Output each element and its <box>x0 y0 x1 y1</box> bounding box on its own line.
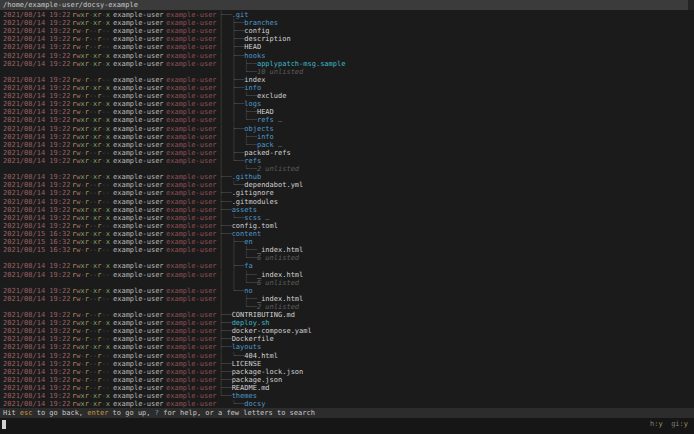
directory-name[interactable]: docsy <box>244 400 265 408</box>
directory-name[interactable]: info <box>244 84 261 92</box>
tree-row[interactable]: 2021/08/14 19:22rwxr-xr-xexample-userexa… <box>0 157 694 165</box>
directory-name[interactable]: objects <box>244 125 274 133</box>
tree-row[interactable]: 2021/08/14 19:22rw-r--r--example-userexa… <box>0 352 694 360</box>
tree-row[interactable]: 2021/08/14 19:22rw-r--r--example-userexa… <box>0 181 694 189</box>
directory-name[interactable]: assets <box>232 206 257 214</box>
tree-branch-lines: │ ├── <box>219 238 244 246</box>
tree-row[interactable]: 2021/08/15 16:32rw-r--r--example-userexa… <box>0 246 694 254</box>
tree-row[interactable]: 2021/08/14 19:22rw-r--r--example-userexa… <box>0 149 694 157</box>
tree-row[interactable]: │ └──2 unlisted <box>0 303 694 311</box>
directory-name[interactable]: no <box>244 287 252 295</box>
executable-name[interactable]: applypatch-msg.sample <box>257 60 346 68</box>
directory-name[interactable]: pack <box>257 141 274 149</box>
file-name[interactable]: config.toml <box>232 222 278 230</box>
tree-row[interactable]: 2021/08/14 19:22rw-r--r--example-userexa… <box>0 295 694 303</box>
date-cell: 2021/08/15 16:32 <box>3 230 72 238</box>
group-cell: example-user <box>166 141 219 149</box>
file-name[interactable]: LICENSE <box>232 360 262 368</box>
file-name[interactable]: _index.html <box>257 295 303 303</box>
directory-name[interactable]: content <box>232 230 262 238</box>
executable-name[interactable]: deploy.sh <box>232 319 270 327</box>
tree-row[interactable]: 2021/08/14 19:22rwxr-xr-xexample-userexa… <box>0 133 694 141</box>
tree-row[interactable]: 2021/08/14 19:22rw-r--r--example-userexa… <box>0 311 694 319</box>
tree-row[interactable]: 2021/08/15 16:32rwxr-xr-xexample-userexa… <box>0 238 694 246</box>
file-name[interactable]: .gitmodules <box>232 198 278 206</box>
tree-branch-lines: │ └── <box>219 214 244 222</box>
tree-row[interactable]: 2021/08/14 19:22rwxr-xr-xexample-userexa… <box>0 100 694 108</box>
file-name[interactable]: package-lock.json <box>232 368 304 376</box>
tree-row[interactable]: 2021/08/14 19:22rw-r--r--example-userexa… <box>0 92 694 100</box>
directory-name[interactable]: layouts <box>232 343 262 351</box>
directory-name[interactable]: .git <box>232 11 249 19</box>
tree-row[interactable]: 2021/08/14 19:22rwxr-xr-xexample-userexa… <box>0 52 694 60</box>
tree-row[interactable]: │ │ └──10 unlisted <box>0 68 694 76</box>
tree-row[interactable]: 2021/08/14 19:22rwxr-xr-xexample-userexa… <box>0 319 694 327</box>
tree-row[interactable]: │ └──2 unlisted <box>0 165 694 173</box>
file-name[interactable]: _index.html <box>257 271 303 279</box>
tree-row[interactable]: 2021/08/15 16:32rwxr-xr-xexample-userexa… <box>0 230 694 238</box>
tree-row[interactable]: 2021/08/14 19:22rw-r--r--example-userexa… <box>0 198 694 206</box>
directory-name[interactable]: scss <box>244 214 261 222</box>
tree-row[interactable]: 2021/08/14 19:22rwxr-xr-xexample-userexa… <box>0 214 694 222</box>
tree-row[interactable]: 2021/08/14 19:22rwxr-xr-xexample-userexa… <box>0 11 694 19</box>
tree-row[interactable]: 2021/08/14 19:22rw-r--r--example-userexa… <box>0 384 694 392</box>
tree-row[interactable]: 2021/08/14 19:22rwxr-xr-xexample-userexa… <box>0 116 694 124</box>
tree-row[interactable]: 2021/08/14 19:22rwxr-xr-xexample-userexa… <box>0 141 694 149</box>
directory-name[interactable]: info <box>257 133 274 141</box>
owner-cell: example-user <box>113 319 166 327</box>
directory-name[interactable]: themes <box>232 392 257 400</box>
directory-name[interactable]: .github <box>232 173 262 181</box>
file-name[interactable]: 404.html <box>244 352 278 360</box>
tree-row[interactable]: 2021/08/14 19:22rw-r--r--example-userexa… <box>0 43 694 51</box>
file-name[interactable]: index <box>244 76 265 84</box>
file-name[interactable]: packed-refs <box>244 149 290 157</box>
tree-row[interactable]: 2021/08/14 19:22rw-r--r--example-userexa… <box>0 108 694 116</box>
file-name[interactable]: _index.html <box>257 246 303 254</box>
tree-row[interactable]: 2021/08/14 19:22rwxr-xr-xexample-userexa… <box>0 392 694 400</box>
file-name[interactable]: HEAD <box>244 43 261 51</box>
tree-row[interactable]: 2021/08/14 19:22rw-r--r--example-userexa… <box>0 376 694 384</box>
file-name[interactable]: CONTRIBUTING.md <box>232 311 295 319</box>
tree-row[interactable]: 2021/08/14 19:22rw-r--r--example-userexa… <box>0 27 694 35</box>
tree-name-cell: ├──Dockerfile <box>219 335 694 343</box>
directory-name[interactable]: branches <box>244 19 278 27</box>
permissions-cell: rwxr-xr-x <box>72 100 113 108</box>
group-cell: example-user <box>166 230 219 238</box>
tree-row[interactable]: 2021/08/14 19:22rw-r--r--example-userexa… <box>0 35 694 43</box>
directory-name[interactable]: en <box>244 238 252 246</box>
tree-row[interactable]: │ │ └──6 unlisted <box>0 254 694 262</box>
file-name[interactable]: package.json <box>232 376 283 384</box>
file-name[interactable]: README.md <box>232 384 270 392</box>
tree-row[interactable]: 2021/08/14 19:22rw-r--r--example-userexa… <box>0 327 694 335</box>
directory-name[interactable]: fa <box>244 262 252 270</box>
tree-row[interactable]: 2021/08/14 19:22rwxr-xr-xexample-userexa… <box>0 262 694 270</box>
tree-row[interactable]: 2021/08/14 19:22rwxr-xr-xexample-userexa… <box>0 343 694 351</box>
tree-row[interactable]: 2021/08/14 19:22rw-r--r--example-userexa… <box>0 189 694 197</box>
group-cell: example-user <box>166 376 219 384</box>
tree-row[interactable]: 2021/08/14 19:22rwxr-xr-xexample-userexa… <box>0 206 694 214</box>
tree-row[interactable]: 2021/08/14 19:22rwxr-xr-xexample-userexa… <box>0 400 694 408</box>
date-cell: 2021/08/14 19:22 <box>3 327 72 335</box>
search-input[interactable]: h:y gi:y <box>0 418 694 434</box>
tree-row[interactable]: 2021/08/14 19:22rw-r--r--example-userexa… <box>0 271 694 279</box>
tree-row[interactable]: │ │ └──6 unlisted <box>0 279 694 287</box>
tree-row[interactable]: 2021/08/14 19:22rw-r--r--example-userexa… <box>0 222 694 230</box>
directory-name[interactable]: logs <box>244 100 261 108</box>
tree-branch-lines: │ └── <box>219 157 244 165</box>
directory-name[interactable]: refs <box>244 157 261 165</box>
tree-row[interactable]: 2021/08/14 19:22rwxr-xr-xexample-userexa… <box>0 60 694 68</box>
file-name[interactable]: exclude <box>257 92 287 100</box>
tree-row[interactable]: 2021/08/14 19:22rwxr-xr-xexample-userexa… <box>0 19 694 27</box>
directory-name[interactable]: refs <box>257 116 274 124</box>
file-name[interactable]: .gitignore <box>232 189 274 197</box>
tree-row[interactable]: 2021/08/14 19:22rw-r--r--example-userexa… <box>0 368 694 376</box>
tree-row[interactable]: 2021/08/14 19:22rw-r--r--example-userexa… <box>0 76 694 84</box>
tree-row[interactable]: 2021/08/14 19:22rwxr-xr-xexample-userexa… <box>0 84 694 92</box>
tree-row[interactable]: 2021/08/14 19:22rw-r--r--example-userexa… <box>0 360 694 368</box>
tree-row[interactable]: 2021/08/14 19:22rwxr-xr-xexample-userexa… <box>0 125 694 133</box>
tree-row[interactable]: 2021/08/14 19:22rw-r--r--example-userexa… <box>0 335 694 343</box>
tree-row[interactable]: 2021/08/14 19:22rwxr-xr-xexample-userexa… <box>0 173 694 181</box>
tree-row[interactable]: 2021/08/14 19:22rwxr-xr-xexample-userexa… <box>0 287 694 295</box>
directory-name[interactable]: hooks <box>244 52 265 60</box>
perm-char: - <box>106 181 110 189</box>
